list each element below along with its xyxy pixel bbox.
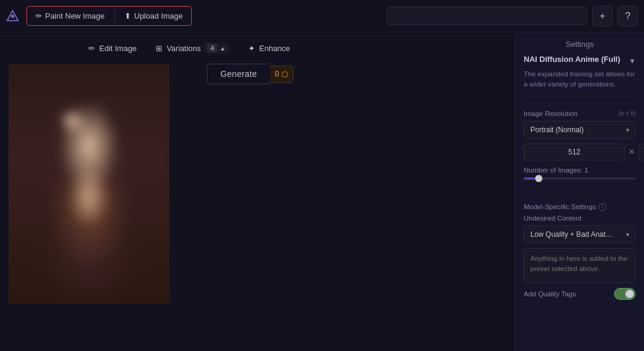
add-quality-row: Add Quality Tags ✓: [524, 288, 636, 300]
prompt-input[interactable]: [387, 7, 587, 25]
upload-image-button[interactable]: ⬆ Upload Image: [118, 8, 189, 24]
enhance-icon: ✦: [248, 44, 255, 53]
width-input[interactable]: [524, 144, 625, 160]
section-divider-1: [524, 103, 636, 104]
info-icon: i: [598, 203, 606, 211]
variations-badge: 4 ▲: [204, 43, 229, 53]
enhance-button[interactable]: ✦ Enhance: [241, 40, 298, 57]
generate-btn-row: Generate 0 ⬡: [207, 64, 293, 84]
dimension-row: ✕: [524, 144, 636, 160]
paint-new-image-button[interactable]: ✏ Paint New Image: [29, 8, 111, 24]
model-section: NAI Diffusion Anime (Full) ▾ The expande…: [524, 55, 636, 90]
section-divider-2: [524, 191, 636, 191]
add-quality-label: Add Quality Tags: [524, 290, 576, 298]
dimension-x-icon: ✕: [628, 147, 635, 156]
model-description: The expanded training set allows for a w…: [524, 69, 636, 90]
toolbar-row: ✏ Edit Image ⊞ Variations 4 ▲ ✦ Enhance: [81, 38, 506, 58]
settings-header: Settings: [524, 40, 636, 49]
model-specific-settings-label: Model-Specific Settings i: [524, 203, 636, 211]
num-images-slider-track[interactable]: [524, 177, 636, 180]
variations-button[interactable]: ⊞ Variations 4 ▲: [148, 38, 237, 58]
generate-button[interactable]: Generate: [207, 64, 271, 84]
generated-image: [8, 64, 170, 304]
num-images-slider-thumb[interactable]: [535, 175, 542, 182]
undesired-content-select[interactable]: Low Quality + Bad Anat…: [524, 225, 636, 243]
anlas-icon: ⬡: [281, 70, 288, 79]
image-canvas: [8, 64, 170, 304]
right-sidebar: Settings NAI Diffusion Anime (Full) ▾ Th…: [515, 32, 644, 351]
height-input[interactable]: [639, 144, 644, 160]
image-resolution-label: Image Resolution [w x h]: [524, 110, 636, 117]
image-generate-row: Generate 0 ⬡: [8, 64, 506, 304]
nav-highlighted-group: ✏ Paint New Image ⬆ Upload Image: [26, 6, 192, 26]
add-button[interactable]: +: [592, 6, 613, 26]
center-area: ✏ Edit Image ⊞ Variations 4 ▲ ✦ Enhance: [0, 32, 515, 351]
logo[interactable]: [6, 10, 19, 23]
model-header: NAI Diffusion Anime (Full) ▾: [524, 55, 636, 67]
pencil-icon: ✏: [35, 11, 42, 20]
badge-arrow-icon: ▲: [219, 45, 225, 52]
undesired-content-label: Undesired Content: [524, 215, 636, 222]
generate-area: Generate 0 ⬡: [179, 64, 299, 90]
portrait-select[interactable]: Portrait (Normal): [524, 121, 636, 139]
undesired-textarea[interactable]: [524, 248, 636, 283]
svg-point-1: [11, 14, 14, 18]
model-title: NAI Diffusion Anime (Full): [524, 55, 621, 65]
portrait-select-row: Portrait (Normal) ▾: [524, 121, 636, 139]
variations-icon: ⊞: [156, 44, 162, 53]
upload-icon: ⬆: [124, 11, 131, 20]
edit-image-button[interactable]: ✏ Edit Image: [81, 40, 144, 57]
model-chevron-button[interactable]: ▾: [629, 55, 636, 67]
anlas-badge: 0 ⬡: [270, 66, 293, 83]
undesired-select-row: Low Quality + Bad Anat… ▾: [524, 225, 636, 243]
main-content: ✏ Edit Image ⊞ Variations 4 ▲ ✦ Enhance: [0, 32, 644, 351]
nav-divider: [114, 9, 115, 23]
toggle-check-icon: ✓: [628, 291, 633, 297]
num-images-label: Number of Images: 1: [524, 166, 636, 174]
edit-icon: ✏: [88, 44, 95, 53]
topbar: ✏ Paint New Image ⬆ Upload Image + ?: [0, 0, 644, 32]
logo-icon: [6, 10, 19, 23]
help-button[interactable]: ?: [618, 6, 638, 26]
add-quality-toggle[interactable]: ✓: [614, 288, 636, 300]
